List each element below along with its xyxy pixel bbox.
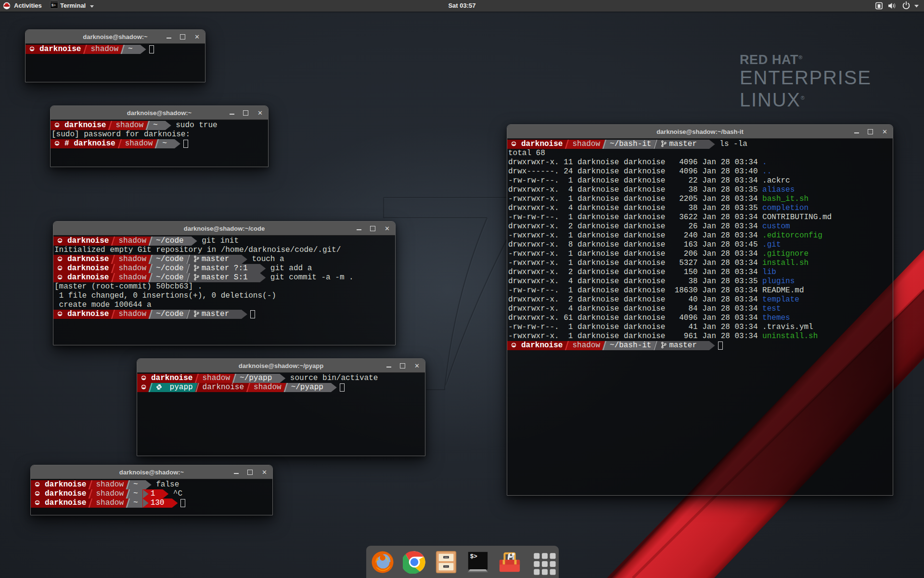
svg-text:$>: $> <box>470 553 477 560</box>
